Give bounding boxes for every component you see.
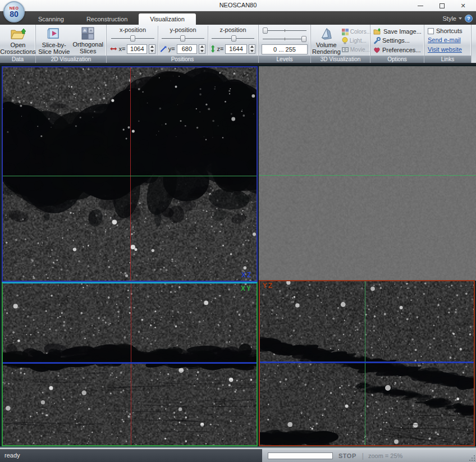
movie-label: Movie... [350,47,370,53]
settings-button[interactable]: Settings... [373,36,422,45]
yz-y-crosshair-line[interactable] [260,362,474,363]
y-position-slider[interactable] [162,35,204,42]
x-position-title: x-position [110,26,155,34]
level-high-thumb[interactable] [301,36,306,42]
xy-y-crosshair-line[interactable] [3,362,257,364]
y-value-input[interactable]: 680 [177,44,197,54]
title-bar: NEOSCAN80 ✕ [0,0,476,11]
open-crossections-label: Open Crossections [0,42,36,55]
xy-slice-image[interactable] [3,283,257,445]
yz-viewport[interactable]: YZ [259,280,475,446]
send-email-link[interactable]: Send e-mail [428,36,469,44]
style-label: Style [443,15,456,22]
shortcuts-checkbox-row[interactable]: Shortcuts [428,27,469,35]
save-image-label: Save Image... [383,28,422,35]
empty-panel-image [259,66,476,281]
open-crossections-button[interactable]: Open Crossections [1,26,35,55]
ribbon-tab-bar: NEO 80 Scanning Reconstruction Visualiza… [0,11,476,25]
xy-viewport[interactable]: XY [2,282,258,446]
volume-rendering-icon [319,27,334,40]
z-position-slider[interactable] [212,35,254,42]
shortcuts-label: Shortcuts [436,28,462,34]
xy-x-crosshair-line[interactable] [131,283,131,445]
xz-slice-image[interactable] [3,67,257,281]
chevron-down-icon [459,17,462,20]
stop-button[interactable]: STOP [338,452,356,459]
maximize-button[interactable] [431,0,452,11]
slice-by-slice-movie-button[interactable]: Slice-by-Slice Movie [37,26,71,55]
yz-slice-image[interactable] [260,281,474,445]
preferences-label: Preferences... [382,47,420,53]
xz-x-crosshair-line[interactable] [130,67,131,281]
movie-icon [342,47,349,53]
x-position-slider[interactable] [111,35,154,42]
maximize-icon [440,3,445,8]
save-image-icon [373,28,382,35]
viz3d-mini-buttons: Colors... Light... Movie... [341,26,371,55]
colors-icon [342,29,349,35]
tab-bar-right: Style ? [443,13,473,24]
resize-grip[interactable] [469,455,475,461]
level-low-thumb[interactable] [263,28,268,34]
tab-visualization[interactable]: Visualization [139,13,196,25]
z-axis-icon [210,45,216,53]
preferences-button[interactable]: Preferences... [373,45,422,54]
status-bar-right: STOP | zoom = 25% [262,449,476,462]
z-position-widget: z-position z= 1644 [208,26,258,55]
yz-z-crosshair-line[interactable] [365,281,365,445]
xz-viewport[interactable]: XZ [2,66,258,282]
orthogonal-slices-label: Orthogonal Slices [71,41,106,54]
x-prefix: x= [118,45,125,52]
volume-rendering-label: Volume Rendering [312,42,341,55]
close-button[interactable]: ✕ [452,0,474,11]
x-position-widget: x-position x= 1064 [108,26,158,55]
level-low-slider[interactable] [263,27,306,34]
y-spinner[interactable] [199,44,205,54]
orthogonal-slices-icon [81,27,94,40]
settings-wrench-icon [373,37,381,44]
tab-scanning[interactable]: Scanning [27,13,75,25]
orthogonal-slices-button[interactable]: Orthogonal Slices [71,26,106,55]
y-position-widget: y-position y= 680 [158,26,208,55]
x-value-input[interactable]: 1064 [127,44,147,54]
z-value-input[interactable]: 1644 [225,44,246,54]
neoscan-app-window: NEOSCAN80 ✕ NEO 80 Scanning Reconstructi… [0,0,476,462]
empty-z-crosshair-line[interactable] [259,175,476,176]
shortcuts-checkbox[interactable] [428,28,434,34]
group-positions: x-position x= 1064 y-position [107,25,259,63]
group-levels: 0 ... 255 Levels [259,25,311,63]
ribbon: Open Crossections Data Slice-by-Slice Mo… [0,25,476,65]
visit-website-link[interactable]: Visit website [428,46,469,54]
x-spinner[interactable] [149,44,155,54]
help-button[interactable]: ? [465,15,473,22]
window-controls: ✕ [410,0,474,11]
z-slider-thumb[interactable] [231,35,236,42]
y-slider-thumb[interactable] [180,35,185,42]
neoscan-logo: NEO 80 [3,1,25,22]
group-label-3d: 3D Visualization [311,56,370,63]
y-prefix: y= [168,45,175,52]
window-title: NEOSCAN80 [0,2,476,8]
volume-rendering-button[interactable]: Volume Rendering [312,26,341,55]
xz-z-crosshair-line[interactable] [3,176,257,176]
z-prefix: z= [217,45,224,52]
empty-viewport[interactable] [259,66,476,281]
group-3d-visualization: Volume Rendering Colors... Light... [311,25,370,63]
save-image-button[interactable]: Save Image... [373,27,422,35]
status-separator: | [362,452,364,460]
light-icon [342,37,348,44]
xy-view-label: XY [241,285,252,292]
z-position-title: z-position [210,26,255,34]
level-high-slider[interactable] [263,35,306,43]
minimize-button[interactable] [410,0,431,11]
levels-range-display[interactable]: 0 ... 255 [262,44,308,54]
tab-reconstruction[interactable]: Reconstruction [75,13,139,25]
group-label-data: Data [0,56,35,63]
z-spinner[interactable] [249,44,255,54]
group-label-2d: 2D Visualization [36,56,106,63]
style-dropdown[interactable]: Style [443,15,462,22]
x-slider-thumb[interactable] [130,35,135,42]
xz-view-label: XZ [241,271,252,279]
light-button: Light... [342,36,371,45]
slice-movie-label: Slice-by-Slice Movie [37,42,71,55]
